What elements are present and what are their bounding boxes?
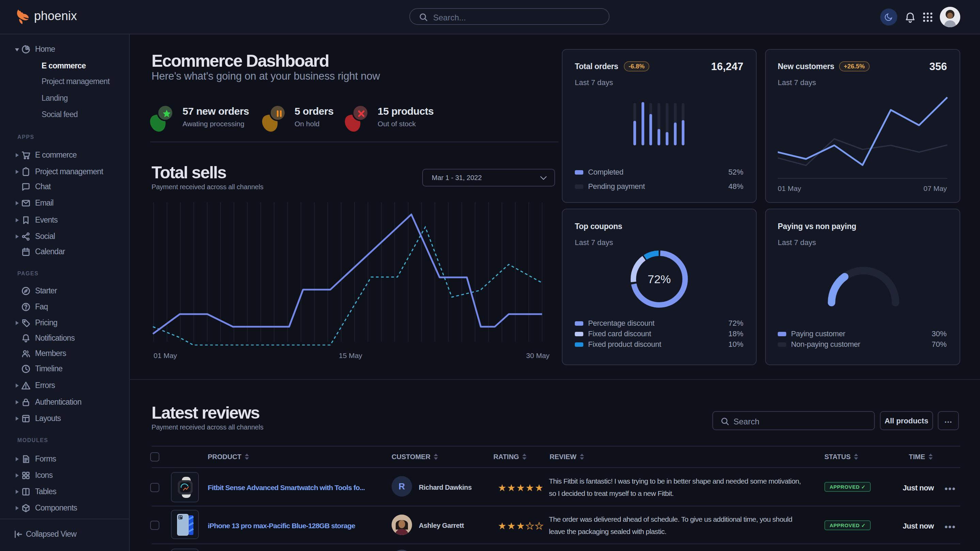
svg-text:72%: 72%	[648, 273, 671, 286]
